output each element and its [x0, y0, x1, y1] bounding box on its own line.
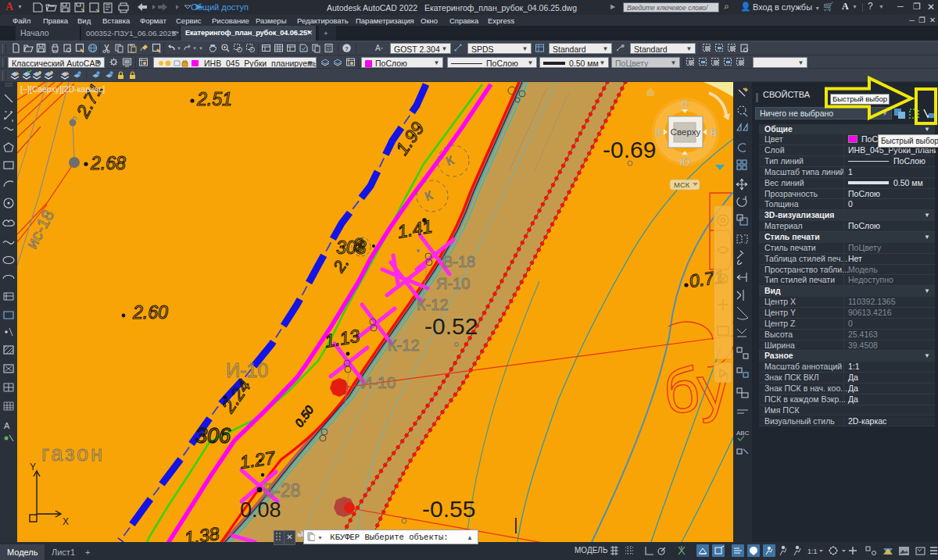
svg-text:Ю: Ю — [679, 156, 689, 168]
svg-text:A: A — [375, 44, 381, 52]
svg-text:К-12: К-12 — [417, 296, 449, 313]
svg-text:МСК: МСК — [674, 180, 690, 189]
svg-text:Я-10: Я-10 — [436, 275, 470, 292]
svg-text:1:1: 1:1 — [807, 548, 818, 555]
svg-text:К-12: К-12 — [388, 337, 420, 354]
svg-text:2.60: 2.60 — [132, 302, 168, 323]
svg-text:-0.52: -0.52 — [424, 313, 478, 339]
svg-text:Б-28: Б-28 — [263, 480, 300, 501]
svg-text:2.51: 2.51 — [196, 89, 232, 109]
svg-text:И-10: И-10 — [226, 359, 268, 381]
svg-text:С: С — [681, 98, 688, 109]
svg-text:A: A — [4, 421, 10, 430]
svg-text:-0.55: -0.55 — [422, 496, 475, 522]
svg-text:В: В — [711, 127, 718, 138]
svg-text:Сверху: Сверху — [671, 127, 701, 137]
svg-text:0.08: 0.08 — [240, 498, 281, 522]
svg-text:-0.69: -0.69 — [603, 137, 656, 162]
svg-text:[−][Сверху][2D-каркас]: [−][Сверху][2D-каркас] — [20, 84, 105, 94]
svg-text:В-18: В-18 — [442, 253, 475, 270]
svg-text:2.68: 2.68 — [90, 153, 126, 173]
svg-text:ABC: ABC — [736, 430, 750, 437]
svg-text:газон: газон — [41, 442, 105, 465]
svg-text:?: ? — [345, 45, 349, 52]
svg-text:X: X — [63, 516, 69, 527]
svg-text:З: З — [655, 127, 661, 138]
svg-text:306: 306 — [195, 424, 231, 448]
svg-text:И-10: И-10 — [360, 373, 396, 391]
svg-text:Y: Y — [30, 462, 36, 473]
